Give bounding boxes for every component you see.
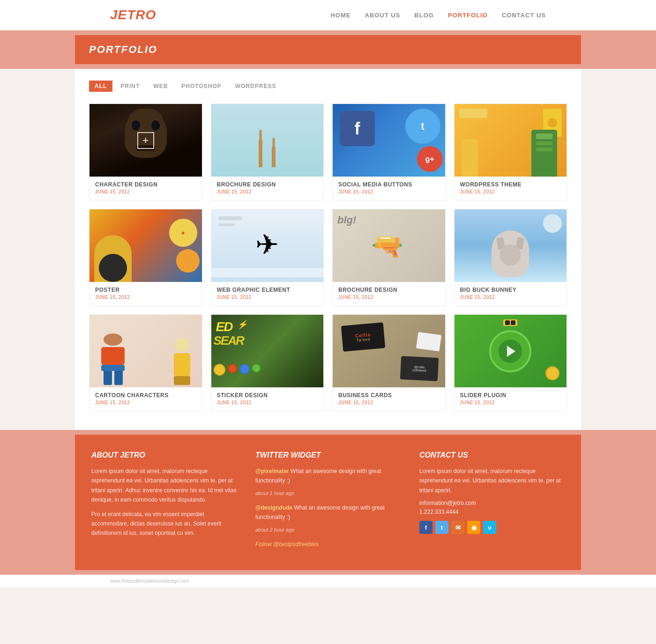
- footer-outer: ABOUT JETRO Lorem ipsum dolor sit amet, …: [0, 430, 656, 575]
- tweet-1-handle: @pixelmater: [255, 468, 289, 474]
- table-row[interactable]: ★ POSTER JUNE 15, 2012: [89, 209, 202, 306]
- portfolio-date-7: JUNE 15, 2012: [338, 295, 440, 300]
- portfolio-title-6: WEB GRAPHIC ELEMENT: [217, 287, 318, 293]
- nav-home[interactable]: HOME: [330, 12, 350, 19]
- portfolio-info-9: CARTOON CHARACTERS JUNE 15, 2012: [89, 387, 202, 411]
- portfolio-thumb-3: f t g+: [333, 104, 445, 177]
- footer-about-title: ABOUT JETRO: [91, 451, 237, 459]
- portfolio-title-9: CARTOON CHARACTERS: [95, 392, 196, 399]
- logo-ro: RO: [135, 7, 156, 22]
- header: JETRO HOME ABOUT US BLOG PORTFOLIO CONTA…: [0, 0, 656, 30]
- hero-banner: PORTFOLIO: [75, 35, 581, 64]
- tweet-2-handle: @designdude: [255, 504, 292, 511]
- portfolio-info-2: BROCHURE DESIGN JUNE 15, 2012: [211, 177, 324, 200]
- footer: ABOUT JETRO Lorem ipsum dolor sit amet, …: [75, 435, 581, 570]
- portfolio-title-5: POSTER: [95, 287, 196, 293]
- portfolio-thumb-1: +: [89, 104, 202, 177]
- filter-all[interactable]: ALL: [89, 81, 112, 92]
- portfolio-info-7: BROCHURE DESIGN JUNE 15, 2012: [333, 282, 445, 305]
- nav-blog[interactable]: BLOG: [414, 12, 434, 19]
- follow-link[interactable]: Follow @bestpsdfreebies: [255, 541, 319, 548]
- main-content: ALL PRINT WEB PHOTOSHOP WORDPRESS +: [75, 69, 581, 430]
- nav-about[interactable]: ABOUT US: [365, 12, 400, 19]
- footer-about: ABOUT JETRO Lorem ipsum dolor sit amet, …: [91, 451, 237, 554]
- portfolio-title-4: WORDPRESS THEME: [460, 181, 561, 188]
- portfolio-thumb-6: ✈: [211, 209, 324, 282]
- page-title: PORTFOLIO: [89, 44, 567, 56]
- contact-phone: 1.222.333.4444: [419, 509, 565, 515]
- portfolio-info-11: BUSINESS CARDS JUNE 15, 2012: [333, 387, 445, 411]
- logo[interactable]: JETRO: [110, 7, 156, 22]
- bottom-bar-text: www.freepsdtemplatesanddesign.com: [110, 578, 189, 584]
- filter-tabs: ALL PRINT WEB PHOTOSHOP WORDPRESS: [89, 81, 567, 92]
- portfolio-title-1: CHARACTER DESIGN: [95, 181, 196, 188]
- footer-twitter: TWITTER WIDGET @pixelmater What an aweso…: [255, 451, 401, 554]
- bottom-bar: www.freepsdtemplatesanddesign.com: [0, 575, 656, 587]
- footer-about-text1: Lorem ipsum dolor sit amet, malorum rect…: [91, 466, 237, 505]
- social-email-icon[interactable]: ✉: [451, 521, 464, 534]
- filter-wordpress[interactable]: WORDPRESS: [230, 81, 282, 92]
- portfolio-title-10: STICKER DESIGN: [217, 392, 318, 399]
- portfolio-title-12: SLIDER PLUGIN: [460, 392, 561, 399]
- table-row[interactable]: f t g+ SOCIAL MEDIA BUTTONS JUNE 15, 201…: [332, 104, 446, 200]
- portfolio-thumb-10: ED ⚡ SEAR: [211, 315, 324, 387]
- portfolio-info-10: STICKER DESIGN JUNE 15, 2012: [211, 387, 324, 411]
- tweet-2-text: @designdude What an awesome design with …: [255, 503, 401, 522]
- nav-portfolio[interactable]: PORTFOLIO: [448, 12, 488, 19]
- portfolio-thumb-5: ★: [89, 209, 202, 282]
- table-row[interactable]: CARTOON CHARACTERS JUNE 15, 2012: [89, 314, 202, 411]
- footer-twitter-title: TWITTER WIDGET: [255, 451, 401, 459]
- footer-contact-text: Lorem ipsum dolor sit amet, malorum rect…: [419, 466, 565, 495]
- portfolio-title-11: BUSINESS CARDS: [338, 392, 440, 399]
- table-row[interactable]: WORDPRESS THEME JUNE 15, 2012: [454, 104, 567, 200]
- social-facebook-icon[interactable]: f: [419, 521, 432, 534]
- portfolio-thumb-2: [211, 104, 324, 177]
- portfolio-info-5: POSTER JUNE 15, 2012: [89, 282, 202, 305]
- filter-web[interactable]: WEB: [148, 81, 173, 92]
- table-row[interactable]: + CHARACTER DESIGN JUNE 15, 2012: [89, 104, 202, 200]
- contact-email: information@jetro.com: [419, 500, 565, 506]
- table-row[interactable]: Collis Ta'eed @colliscollisteed BUSINESS…: [332, 314, 446, 411]
- table-row[interactable]: BIG BUCK BUNNEY JUNE 15, 2012: [454, 209, 567, 306]
- portfolio-date-2: JUNE 15, 2012: [217, 189, 318, 194]
- follow-text: Follow @bestpsdfreebies: [255, 540, 401, 549]
- portfolio-date-1: JUNE 15, 2012: [95, 189, 196, 194]
- filter-photoshop[interactable]: PHOTOSHOP: [176, 81, 227, 92]
- portfolio-date-5: JUNE 15, 2012: [95, 295, 196, 300]
- portfolio-thumb-9: [89, 315, 202, 387]
- portfolio-thumb-4: [455, 104, 567, 177]
- tweet-1: @pixelmater What an awesome design with …: [255, 466, 401, 496]
- portfolio-info-12: SLIDER PLUGIN JUNE 15, 2012: [455, 387, 567, 411]
- portfolio-thumb-7: 🔫 blg!: [333, 209, 445, 282]
- nav-contact[interactable]: CONTACT US: [502, 12, 546, 19]
- portfolio-info-1: CHARACTER DESIGN JUNE 15, 2012: [89, 177, 202, 200]
- portfolio-title-3: SOCIAL MEDIA BUTTONS: [338, 181, 440, 188]
- banner-outer: PORTFOLIO: [0, 30, 656, 69]
- social-twitter-icon[interactable]: t: [435, 521, 448, 534]
- social-icons: f t ✉ ◉ v: [419, 521, 565, 534]
- portfolio-info-6: WEB GRAPHIC ELEMENT JUNE 15, 2012: [211, 282, 324, 305]
- table-row[interactable]: BROCHURE DESIGN JUNE 15, 2012: [211, 104, 324, 200]
- portfolio-info-3: SOCIAL MEDIA BUTTONS JUNE 15, 2012: [333, 177, 445, 200]
- portfolio-date-8: JUNE 15, 2012: [460, 295, 561, 300]
- portfolio-date-11: JUNE 15, 2012: [338, 400, 440, 405]
- table-row[interactable]: ED ⚡ SEAR STICKER DESIGN JUNE 15, 2012: [211, 314, 324, 411]
- social-rss-icon[interactable]: ◉: [467, 521, 480, 534]
- table-row[interactable]: ✈ WEB GRAPHIC ELEMENT JUNE 15, 2012: [211, 209, 324, 306]
- portfolio-date-10: JUNE 15, 2012: [217, 400, 318, 405]
- logo-jet: JET: [110, 7, 135, 22]
- portfolio-thumb-8: [455, 209, 567, 282]
- portfolio-title-7: BROCHURE DESIGN: [338, 287, 440, 293]
- portfolio-date-3: JUNE 15, 2012: [338, 189, 440, 194]
- portfolio-grid: + CHARACTER DESIGN JUNE 15, 2012: [89, 104, 567, 411]
- portfolio-date-9: JUNE 15, 2012: [95, 400, 196, 405]
- portfolio-thumb-12: [455, 315, 567, 387]
- footer-contact: CONTACT US Lorem ipsum dolor sit amet, m…: [419, 451, 565, 554]
- social-vimeo-icon[interactable]: v: [483, 521, 496, 534]
- tweet-1-time: about 1 hour ago: [255, 490, 401, 496]
- portfolio-thumb-11: Collis Ta'eed @colliscollisteed: [333, 315, 445, 387]
- table-row[interactable]: SLIDER PLUGIN JUNE 15, 2012: [454, 314, 567, 411]
- tweet-2-time: about 2 hour ago: [255, 527, 401, 533]
- table-row[interactable]: 🔫 blg! BROCHURE DESIGN JUNE 15, 2012: [332, 209, 446, 306]
- filter-print[interactable]: PRINT: [115, 81, 145, 92]
